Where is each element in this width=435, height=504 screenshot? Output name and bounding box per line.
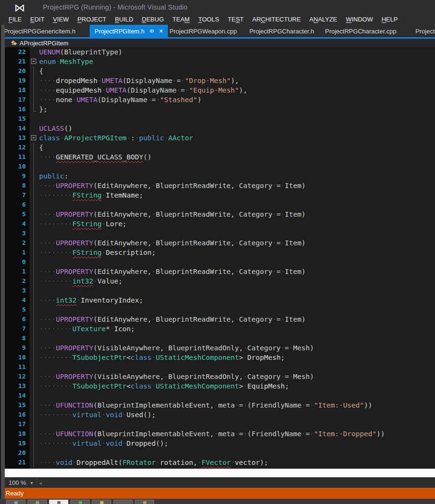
- line-number[interactable]: 6: [5, 200, 30, 210]
- collapse-region-button[interactable]: [31, 135, 36, 140]
- code-line[interactable]: 11····GENERATED_UCLASS_BODY(): [5, 152, 435, 162]
- code-line[interactable]: 8: [5, 334, 435, 343]
- line-number[interactable]: 14: [5, 124, 30, 133]
- pin-icon[interactable]: [149, 28, 155, 34]
- line-number[interactable]: 10: [5, 353, 30, 362]
- line-number[interactable]: 5: [5, 210, 30, 219]
- code-text[interactable]: ····UPROPERTY(EditAnywhere,·BlueprintRea…: [39, 210, 306, 219]
- line-number[interactable]: 8: [5, 181, 30, 190]
- line-number[interactable]: 15: [5, 114, 30, 124]
- code-text[interactable]: class·AProjectRPGItem·:·public·AActor: [39, 133, 193, 143]
- code-line[interactable]: 17: [5, 420, 435, 429]
- code-line[interactable]: 2········int32·Value;: [5, 276, 435, 286]
- line-number[interactable]: 1: [5, 248, 30, 257]
- code-line[interactable]: 15····UFUNCTION(BlueprintImplementableEv…: [5, 400, 435, 410]
- tab-projectrpgcharacter.cpp[interactable]: ProjectRPGCharacter.cpp: [325, 25, 397, 37]
- tab-projectrpgcharacter.h[interactable]: ProjectRPGCharacter.h: [249, 25, 314, 37]
- code-text[interactable]: ········TSubobjectPtr<class·UStaticMeshC…: [39, 353, 285, 362]
- code-text[interactable]: {: [39, 66, 43, 76]
- code-line[interactable]: 17····none·UMETA(DisplayName·=·"Stashed"…: [5, 95, 435, 105]
- code-line[interactable]: 5: [5, 305, 435, 315]
- line-number[interactable]: 16: [5, 410, 30, 420]
- zoom-level-select[interactable]: 100 %: [9, 478, 26, 488]
- menu-item-test[interactable]: TEST: [224, 14, 248, 25]
- code-line[interactable]: 14: [5, 391, 435, 400]
- code-line[interactable]: 12{: [5, 143, 435, 152]
- taskbar-button[interactable]: [71, 500, 90, 504]
- code-text[interactable]: ····equipedMesh·UMETA(DisplayName·=·"Equ…: [39, 85, 248, 95]
- line-number[interactable]: 6: [5, 315, 30, 324]
- code-line[interactable]: 18····equipedMesh·UMETA(DisplayName·=·"E…: [5, 85, 435, 95]
- code-text[interactable]: ····UPROPERTY(EditAnywhere,·BlueprintRea…: [39, 267, 306, 276]
- code-line[interactable]: 7········FString·ItemName;: [5, 190, 435, 200]
- collapse-region-button[interactable]: [31, 59, 36, 64]
- code-text[interactable]: ····none·UMETA(DisplayName·=·"Stashed"): [39, 95, 202, 105]
- code-text[interactable]: ········FString·Description;: [39, 248, 155, 257]
- tab-projectrpg[interactable]: ProjectRPG: [415, 25, 435, 37]
- code-text[interactable]: ····GENERATED_UCLASS_BODY(): [39, 152, 152, 162]
- code-text[interactable]: ········TSubobjectPtr<class·UStaticMeshC…: [39, 381, 289, 391]
- line-number[interactable]: 9: [5, 171, 30, 181]
- code-text[interactable]: ········FString·ItemName;: [39, 190, 143, 200]
- code-line[interactable]: 10: [5, 162, 435, 171]
- code-line[interactable]: 11: [5, 362, 435, 372]
- code-line[interactable]: 3: [5, 229, 435, 238]
- line-number[interactable]: 4: [5, 219, 30, 229]
- line-number[interactable]: 7: [5, 190, 30, 200]
- code-line[interactable]: 1········FString·Description;: [5, 248, 435, 257]
- code-text[interactable]: ········virtual·void·Dropped();: [39, 439, 168, 448]
- line-number[interactable]: 13: [5, 133, 30, 143]
- taskbar-button[interactable]: [114, 500, 133, 504]
- line-number[interactable]: 15: [5, 400, 30, 410]
- line-number[interactable]: 16: [5, 105, 30, 114]
- line-number[interactable]: 21: [5, 57, 30, 66]
- code-text[interactable]: ········virtual·void·Used();: [39, 410, 155, 420]
- menu-item-analyze[interactable]: ANALYZE: [305, 14, 342, 25]
- line-number[interactable]: 9: [5, 343, 30, 353]
- line-number[interactable]: 0: [5, 257, 30, 267]
- code-text[interactable]: UENUM(BlueprintType): [39, 47, 123, 57]
- line-number[interactable]: 3: [5, 229, 30, 238]
- line-number[interactable]: 2: [5, 276, 30, 286]
- tab-projectrpgweapon.cpp[interactable]: ProjectRPGWeapon.cpp: [169, 25, 237, 37]
- taskbar-button[interactable]: [6, 500, 25, 504]
- code-text[interactable]: ····UPROPERTY(EditAnywhere,·BlueprintRea…: [39, 181, 306, 190]
- line-number[interactable]: 3: [5, 286, 30, 295]
- code-line[interactable]: 21····void·DroppedAlt(FRotator·rotation,…: [5, 458, 435, 467]
- line-number[interactable]: 2: [5, 238, 30, 248]
- line-number[interactable]: 22: [5, 47, 30, 57]
- taskbar-button[interactable]: [135, 500, 154, 504]
- code-text[interactable]: {: [39, 143, 43, 152]
- line-number[interactable]: 17: [5, 420, 30, 429]
- line-number[interactable]: 8: [5, 334, 30, 343]
- code-line[interactable]: 21enum·MeshType: [5, 57, 435, 66]
- line-number[interactable]: 21: [5, 458, 30, 467]
- code-text[interactable]: ····dropedMesh·UMETA(DisplayName·=·"Drop…: [39, 76, 239, 85]
- code-text[interactable]: ····UFUNCTION(BlueprintImplementableEven…: [39, 429, 385, 439]
- tab-projectrpgitem.h[interactable]: ProjectRPGItem.h✕: [90, 25, 168, 37]
- line-number[interactable]: 19: [5, 76, 30, 85]
- line-number[interactable]: 20: [5, 66, 30, 76]
- code-text[interactable]: public:: [39, 171, 68, 181]
- code-line[interactable]: 14UCLASS(): [5, 124, 435, 133]
- code-line[interactable]: 5····UPROPERTY(EditAnywhere,·BlueprintRe…: [5, 210, 435, 219]
- code-text[interactable]: ····UPROPERTY(VisibleAnywhere,·Blueprint…: [39, 372, 314, 381]
- code-line[interactable]: 13········TSubobjectPtr<class·UStaticMes…: [5, 381, 435, 391]
- code-line[interactable]: 16········virtual·void·Used();: [5, 410, 435, 420]
- line-number[interactable]: 20: [5, 448, 30, 458]
- code-line[interactable]: 20: [5, 448, 435, 458]
- line-number[interactable]: 10: [5, 162, 30, 171]
- line-number[interactable]: 11: [5, 362, 30, 372]
- menu-item-edit[interactable]: EDIT: [26, 14, 49, 25]
- code-line[interactable]: 22UENUM(BlueprintType): [5, 47, 435, 57]
- code-line[interactable]: 0: [5, 257, 435, 267]
- code-line[interactable]: 12····UPROPERTY(VisibleAnywhere,·Bluepri…: [5, 372, 435, 381]
- menu-item-tools[interactable]: TOOLS: [194, 14, 224, 25]
- code-line[interactable]: 10········TSubobjectPtr<class·UStaticMes…: [5, 353, 435, 362]
- code-editor[interactable]: 22UENUM(BlueprintType)21enum·MeshType20{…: [5, 47, 435, 469]
- code-text[interactable]: ········int32·Value;: [39, 276, 123, 286]
- taskbar-button[interactable]: [28, 500, 47, 504]
- menu-item-debug[interactable]: DEBUG: [137, 14, 168, 25]
- line-number[interactable]: 12: [5, 372, 30, 381]
- code-line[interactable]: 19····dropedMesh·UMETA(DisplayName·=·"Dr…: [5, 76, 435, 85]
